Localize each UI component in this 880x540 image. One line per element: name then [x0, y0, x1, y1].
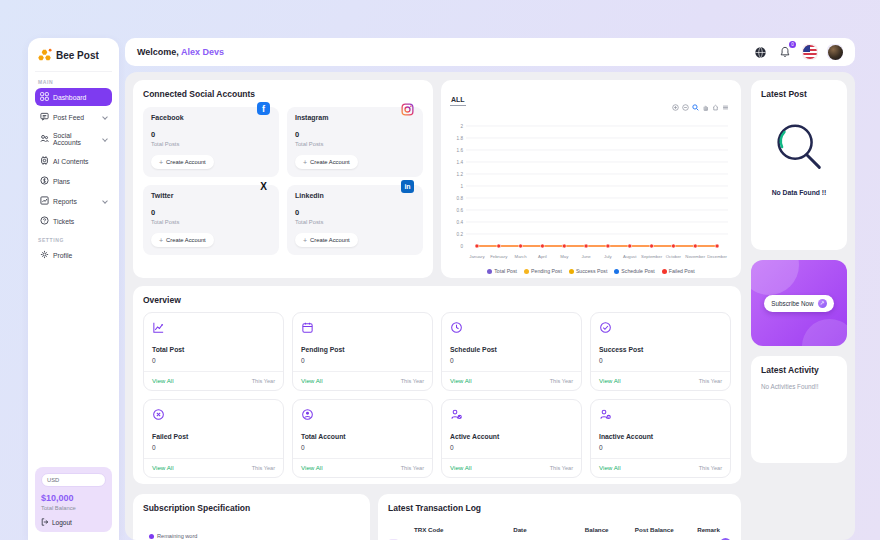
view-all-link[interactable]: View All [301, 464, 323, 471]
sidebar-item-label: Plans [53, 178, 70, 185]
view-all-link[interactable]: View All [301, 377, 323, 384]
sidebar-item-label: Social Accounts [53, 132, 99, 146]
pan-icon[interactable] [702, 104, 709, 111]
social-post-count-label: Total Posts [151, 141, 271, 147]
sidebar-item-label: Reports [53, 198, 77, 205]
create-account-label: Create Account [310, 237, 350, 243]
sidebar-item-label: AI Contents [53, 158, 89, 165]
notifications-button[interactable]: 0 [777, 44, 793, 60]
svg-text:November: November [685, 254, 705, 259]
overview-card-footer: View AllThis Year [442, 458, 581, 477]
sidebar-item-post-feed[interactable]: Post Feed [35, 108, 112, 126]
user-check-icon [450, 407, 573, 425]
balance-card: USD $10,000 Total Balance Logout [35, 467, 112, 532]
zoom-in-icon[interactable] [672, 104, 679, 111]
overview-card-footer: View AllThis Year [442, 371, 581, 390]
legend-item-schedule-post[interactable]: Schedule Post [614, 268, 654, 274]
overview-card-active-account: Active Account0View AllThis Year [441, 399, 582, 478]
social-account-card-instagram: Instagram0Total Posts+Create Account [287, 107, 423, 177]
latest-activity-card: Latest Activity No Activities Found!! [751, 356, 847, 463]
create-account-button[interactable]: +Create Account [295, 233, 358, 247]
view-all-link[interactable]: View All [450, 377, 472, 384]
overview-card-footer: View AllThis Year [293, 371, 432, 390]
tab-all[interactable]: ALL [450, 96, 466, 106]
sidebar-item-profile[interactable]: Profile [35, 246, 112, 264]
post-feed-icon [40, 112, 49, 122]
instagram-icon [401, 102, 414, 120]
svg-text:October: October [666, 254, 682, 259]
social-post-count: 0 [295, 130, 415, 139]
subscribe-now-button[interactable]: Subscribe Now ↗ [764, 295, 833, 312]
content: Connected Social Accounts Facebookf0Tota… [125, 72, 855, 540]
selection-zoom-icon[interactable] [692, 104, 699, 111]
create-account-button[interactable]: +Create Account [151, 233, 214, 247]
remaining-word-label: Remaining word [157, 533, 197, 539]
home-reset-icon[interactable] [712, 104, 719, 111]
nav-section-label: MAIN [38, 79, 109, 85]
overview-card-title: Total Post [152, 346, 275, 353]
language-flag-button[interactable] [802, 44, 818, 60]
social-post-count: 0 [295, 208, 415, 217]
legend-dot [662, 269, 667, 274]
overview-card-title: Total Account [301, 433, 424, 440]
svg-text:June: June [581, 254, 591, 259]
create-account-button[interactable]: +Create Account [151, 155, 214, 169]
sidebar-item-ai-contents[interactable]: AI Contents [35, 152, 112, 170]
social-account-card-twitter: TwitterX0Total Posts+Create Account [143, 185, 279, 255]
overview-card: Overview Total Post0View AllThis YearPen… [133, 286, 741, 484]
total-balance-value: $10,000 [41, 493, 106, 503]
view-all-link[interactable]: View All [152, 377, 174, 384]
view-all-link[interactable]: View All [152, 464, 174, 471]
period-label: This Year [699, 378, 722, 384]
overview-card-value: 0 [450, 357, 573, 364]
arrow-up-right-icon: ↗ [818, 299, 827, 308]
subscribe-banner: Subscribe Now ↗ [751, 260, 847, 346]
reports-icon [40, 196, 49, 206]
sidebar-item-dashboard[interactable]: Dashboard [35, 88, 112, 106]
subscribe-label: Subscribe Now [771, 300, 813, 307]
overview-card-success-post: Success Post0View AllThis Year [590, 312, 731, 391]
plus-icon: + [159, 159, 163, 166]
sidebar-item-plans[interactable]: Plans [35, 172, 112, 190]
chart-menu-icon[interactable] [722, 104, 729, 111]
overview-card-value: 0 [599, 357, 722, 364]
overview-card-schedule-post: Schedule Post0View AllThis Year [441, 312, 582, 391]
legend-item-total-post[interactable]: Total Post [487, 268, 517, 274]
social-account-card-linkedin: Linkedinin0Total Posts+Create Account [287, 185, 423, 255]
transactions-title: Latest Transaction Log [388, 503, 731, 513]
tickets-icon [40, 216, 49, 226]
period-label: This Year [252, 465, 275, 471]
sidebar-item-tickets[interactable]: Tickets [35, 212, 112, 230]
zoom-out-icon[interactable] [682, 104, 689, 111]
legend-item-pending-post[interactable]: Pending Post [524, 268, 562, 274]
currency-select[interactable]: USD [41, 473, 106, 487]
legend-label: Schedule Post [621, 268, 654, 274]
legend-item-failed-post[interactable]: Failed Post [662, 268, 695, 274]
period-label: This Year [550, 378, 573, 384]
create-account-button[interactable]: +Create Account [295, 155, 358, 169]
profile-menu-button[interactable] [827, 44, 843, 60]
latest-post-card: Latest Post No Data Found !! [751, 80, 847, 250]
view-all-link[interactable]: View All [599, 464, 621, 471]
app-logo[interactable]: Bee Post [35, 46, 112, 72]
svg-text:July: July [604, 254, 612, 259]
overview-card-failed-post: Failed Post0View AllThis Year [143, 399, 284, 478]
view-all-link[interactable]: View All [599, 377, 621, 384]
view-all-link[interactable]: View All [450, 464, 472, 471]
logout-button[interactable]: Logout [41, 518, 106, 526]
remaining-word-dot [149, 534, 154, 539]
legend-item-success-post[interactable]: Success Post [569, 268, 607, 274]
legend-label: Pending Post [531, 268, 562, 274]
legend-dot [569, 269, 574, 274]
overview-card-pending-post: Pending Post0View AllThis Year [292, 312, 433, 391]
sidebar-item-social-accounts[interactable]: Social Accounts [35, 128, 112, 150]
sidebar-item-label: Post Feed [53, 114, 84, 121]
overview-card-title: Active Account [450, 433, 573, 440]
social-account-name: Facebook [151, 114, 271, 121]
logout-icon [41, 518, 49, 526]
sidebar-item-reports[interactable]: Reports [35, 192, 112, 210]
overview-card-value: 0 [152, 357, 275, 364]
monthly-posts-chart[interactable]: 00.20.40.60.811.21.41.61.82JanuaryFebrua… [450, 120, 732, 262]
language-globe-button[interactable] [752, 44, 768, 60]
chevron-down-icon [102, 136, 108, 142]
